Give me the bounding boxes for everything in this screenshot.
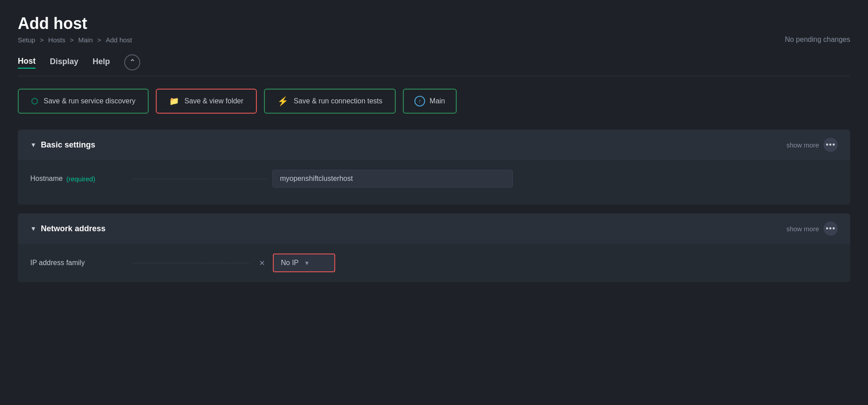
network-address-triangle: ▼ bbox=[30, 225, 37, 232]
breadcrumb-part-setup: Setup bbox=[18, 36, 35, 44]
bolt-icon: ⚡ bbox=[277, 96, 288, 106]
save-view-folder-label: Save & view folder bbox=[184, 97, 243, 105]
circle-up-icon: ↑ bbox=[414, 96, 425, 106]
breadcrumb-part-addhost: Add host bbox=[105, 36, 132, 44]
ip-address-family-value: No IP bbox=[281, 259, 299, 267]
breadcrumb-part-main: Main bbox=[78, 36, 93, 44]
page-header: Add host Setup > Hosts > Main > Add host… bbox=[18, 14, 850, 44]
hostname-dots bbox=[134, 179, 267, 179]
breadcrumb-part-hosts: Hosts bbox=[48, 36, 65, 44]
basic-settings-triangle: ▼ bbox=[30, 141, 37, 148]
network-address-show-more-area: show more ••• bbox=[787, 221, 838, 236]
breadcrumb-sep-1: > bbox=[40, 36, 45, 44]
hostname-label: Hostname (required) bbox=[30, 175, 128, 183]
basic-settings-title-row: ▼ Basic settings bbox=[30, 140, 95, 150]
hostname-label-text: Hostname bbox=[30, 175, 63, 183]
page-title: Add host bbox=[18, 14, 850, 33]
network-address-show-more[interactable]: show more bbox=[787, 225, 819, 233]
ip-dots bbox=[134, 263, 249, 263]
breadcrumb-sep-2: > bbox=[70, 36, 76, 44]
folder-icon: 📁 bbox=[169, 96, 179, 106]
ip-address-family-dropdown[interactable]: No IP ▼ bbox=[273, 254, 335, 272]
save-run-tests-label: Save & run connection tests bbox=[294, 97, 382, 105]
dropdown-arrow-icon: ▼ bbox=[304, 260, 310, 266]
tab-help[interactable]: Help bbox=[93, 57, 110, 68]
basic-settings-body: Hostname (required) bbox=[18, 160, 850, 205]
pending-changes-text: No pending changes bbox=[785, 36, 850, 44]
ip-clear-button[interactable]: ✕ bbox=[255, 257, 269, 269]
basic-settings-header: ▼ Basic settings show more ••• bbox=[18, 130, 850, 160]
save-run-discovery-button[interactable]: ⬡ Save & run service discovery bbox=[18, 89, 149, 114]
top-nav: Host Display Help ⌃ bbox=[18, 54, 850, 76]
breadcrumb: Setup > Hosts > Main > Add host bbox=[18, 36, 132, 44]
collapse-button[interactable]: ⌃ bbox=[124, 54, 140, 70]
basic-settings-title: Basic settings bbox=[41, 140, 95, 150]
tab-display[interactable]: Display bbox=[50, 57, 78, 68]
network-address-more-btn[interactable]: ••• bbox=[823, 221, 838, 236]
ip-address-family-label: IP address family bbox=[30, 259, 128, 267]
page-container: Add host Setup > Hosts > Main > Add host… bbox=[0, 0, 868, 305]
network-address-body: IP address family ✕ No IP ▼ bbox=[18, 244, 850, 282]
main-button[interactable]: ↑ Main bbox=[403, 89, 457, 114]
breadcrumb-sep-3: > bbox=[97, 36, 103, 44]
network-address-title-row: ▼ Network address bbox=[30, 224, 105, 233]
basic-settings-show-more[interactable]: show more bbox=[787, 141, 819, 149]
save-view-folder-button[interactable]: 📁 Save & view folder bbox=[156, 89, 257, 114]
breadcrumb-row: Setup > Hosts > Main > Add host No pendi… bbox=[18, 36, 850, 44]
cube-icon: ⬡ bbox=[31, 96, 38, 106]
network-address-section: ▼ Network address show more ••• IP addre… bbox=[18, 213, 850, 282]
basic-settings-more-btn[interactable]: ••• bbox=[823, 138, 838, 152]
hostname-row: Hostname (required) bbox=[30, 170, 838, 188]
basic-settings-section: ▼ Basic settings show more ••• Hostname … bbox=[18, 130, 850, 205]
network-address-header: ▼ Network address show more ••• bbox=[18, 213, 850, 244]
network-address-title: Network address bbox=[41, 224, 105, 233]
hostname-required-tag: (required) bbox=[66, 175, 95, 183]
save-run-discovery-label: Save & run service discovery bbox=[44, 97, 135, 105]
ip-address-row: IP address family ✕ No IP ▼ bbox=[30, 254, 838, 272]
hostname-input[interactable] bbox=[272, 170, 513, 188]
save-run-tests-button[interactable]: ⚡ Save & run connection tests bbox=[264, 89, 396, 114]
main-button-label: Main bbox=[430, 97, 445, 105]
basic-settings-show-more-area: show more ••• bbox=[787, 138, 838, 152]
action-buttons-row: ⬡ Save & run service discovery 📁 Save & … bbox=[18, 89, 850, 114]
tab-host[interactable]: Host bbox=[18, 57, 36, 69]
